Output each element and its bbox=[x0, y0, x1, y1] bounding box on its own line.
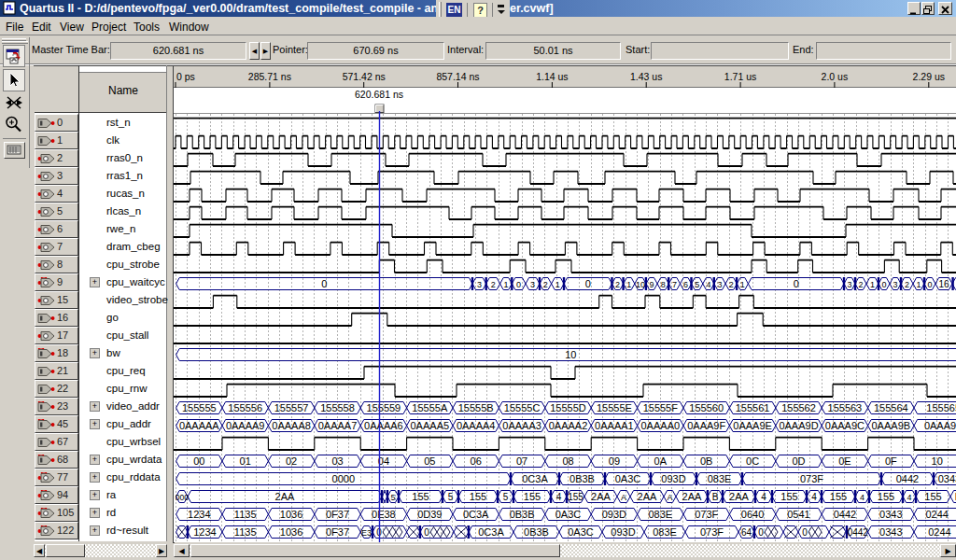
svg-text:0B3B: 0B3B bbox=[524, 526, 549, 538]
svg-text:2.29 us: 2.29 us bbox=[913, 71, 945, 82]
svg-text:00: 00 bbox=[193, 455, 204, 467]
svg-text:9: 9 bbox=[650, 280, 654, 289]
svg-text:2: 2 bbox=[491, 280, 496, 289]
svg-text:000: 000 bbox=[176, 493, 189, 502]
svg-text:0343: 0343 bbox=[879, 509, 902, 520]
svg-text:620.681 ns: 620.681 ns bbox=[355, 89, 403, 100]
svg-text:0: 0 bbox=[758, 527, 764, 538]
svg-text:0C3A: 0C3A bbox=[463, 509, 489, 520]
svg-text:073F: 073F bbox=[700, 526, 724, 538]
svg-text:0AAA9D: 0AAA9D bbox=[779, 420, 818, 431]
svg-text:0AAAA9: 0AAAA9 bbox=[226, 420, 265, 431]
svg-text:0AAAA1: 0AAAA1 bbox=[595, 420, 634, 431]
svg-text:1.43 us: 1.43 us bbox=[630, 71, 662, 82]
svg-text:08: 08 bbox=[562, 455, 573, 467]
svg-text:0244: 0244 bbox=[925, 509, 948, 520]
svg-text:155555: 155555 bbox=[182, 402, 217, 413]
svg-text:0: 0 bbox=[794, 278, 799, 289]
svg-text:1135: 1135 bbox=[234, 509, 257, 520]
svg-text:0244: 0244 bbox=[928, 526, 950, 538]
svg-text:0D: 0D bbox=[792, 455, 805, 467]
svg-text:07: 07 bbox=[516, 455, 527, 467]
svg-text:073F: 073F bbox=[695, 509, 718, 520]
svg-text:0: 0 bbox=[927, 280, 932, 289]
svg-text:1: 1 bbox=[503, 280, 508, 289]
svg-text:155: 155 bbox=[524, 491, 541, 502]
svg-text:083E: 083E bbox=[653, 526, 677, 538]
svg-text:0C3A: 0C3A bbox=[522, 473, 548, 484]
svg-text:073F: 073F bbox=[800, 473, 823, 484]
svg-text:093D: 093D bbox=[611, 526, 635, 538]
svg-text:0AAAA5: 0AAAA5 bbox=[411, 420, 450, 431]
svg-text:E3: E3 bbox=[361, 528, 372, 538]
svg-text:10: 10 bbox=[932, 455, 943, 467]
svg-text:0F: 0F bbox=[885, 455, 897, 467]
svg-text:1: 1 bbox=[916, 280, 921, 289]
svg-text:8: 8 bbox=[661, 280, 666, 289]
svg-text:0: 0 bbox=[802, 527, 808, 538]
svg-text:09: 09 bbox=[609, 455, 620, 467]
svg-text:0AAAA8: 0AAAA8 bbox=[272, 420, 311, 431]
svg-text:15555D: 15555D bbox=[550, 402, 586, 413]
svg-text:093D: 093D bbox=[602, 509, 626, 520]
svg-text:083E: 083E bbox=[648, 509, 672, 520]
svg-text:6: 6 bbox=[683, 280, 688, 289]
svg-text:1: 1 bbox=[626, 280, 631, 289]
svg-text:15555C: 15555C bbox=[504, 402, 541, 413]
svg-text:155557: 155557 bbox=[274, 402, 309, 413]
svg-text:0A3C: 0A3C bbox=[555, 509, 582, 520]
svg-text:2AA: 2AA bbox=[682, 491, 702, 502]
svg-text:2: 2 bbox=[615, 280, 620, 289]
svg-text:2AA: 2AA bbox=[729, 491, 749, 502]
svg-text:155559: 155559 bbox=[367, 402, 401, 413]
svg-text:155563: 155563 bbox=[828, 402, 863, 413]
svg-text:15555F: 15555F bbox=[643, 402, 679, 413]
svg-text:1234: 1234 bbox=[188, 509, 210, 520]
svg-text:0442: 0442 bbox=[834, 509, 856, 520]
svg-text:0: 0 bbox=[585, 278, 591, 289]
svg-text:083E: 083E bbox=[708, 473, 732, 484]
svg-text:3: 3 bbox=[477, 280, 482, 289]
svg-text:857.14 ns: 857.14 ns bbox=[436, 71, 479, 82]
svg-text:4: 4 bbox=[556, 492, 562, 502]
svg-text:0AAA9E: 0AAA9E bbox=[733, 420, 772, 431]
svg-text:155: 155 bbox=[412, 491, 429, 502]
svg-text:155560: 155560 bbox=[689, 402, 724, 413]
svg-text:0AAAA0: 0AAAA0 bbox=[641, 420, 681, 431]
svg-text:0AAAA7: 0AAAA7 bbox=[318, 420, 358, 431]
svg-text:0C: 0C bbox=[746, 455, 759, 467]
svg-text:0 ps: 0 ps bbox=[176, 71, 195, 82]
svg-text:0E: 0E bbox=[838, 455, 851, 467]
svg-text:1135: 1135 bbox=[234, 526, 257, 538]
svg-text:15555B: 15555B bbox=[458, 402, 494, 413]
svg-text:0AAAA2: 0AAAA2 bbox=[549, 420, 588, 431]
svg-text:0F37: 0F37 bbox=[326, 526, 349, 538]
svg-text:0B: 0B bbox=[700, 455, 712, 467]
svg-text:01: 01 bbox=[240, 455, 251, 467]
svg-text:0AAAA3: 0AAAA3 bbox=[502, 420, 541, 431]
svg-text:155: 155 bbox=[924, 491, 941, 502]
svg-text:0: 0 bbox=[424, 527, 429, 538]
svg-text:7: 7 bbox=[672, 280, 677, 289]
svg-text:155558: 155558 bbox=[320, 402, 355, 413]
svg-text:0AAAAA: 0AAAAA bbox=[179, 420, 219, 431]
svg-text:0A: 0A bbox=[654, 455, 668, 467]
svg-text:2: 2 bbox=[858, 280, 863, 289]
svg-text:5: 5 bbox=[448, 492, 454, 502]
svg-text:0B3B: 0B3B bbox=[569, 473, 595, 484]
svg-text:0F37: 0F37 bbox=[326, 509, 349, 520]
svg-text:0D39: 0D39 bbox=[417, 509, 442, 520]
svg-text:285.71 ns: 285.71 ns bbox=[248, 71, 291, 82]
svg-text:155565: 155565 bbox=[926, 402, 956, 413]
svg-text:03: 03 bbox=[331, 455, 343, 467]
svg-text:155: 155 bbox=[878, 491, 894, 502]
svg-text:5: 5 bbox=[503, 492, 509, 502]
svg-text:4: 4 bbox=[811, 492, 817, 502]
svg-text:1036: 1036 bbox=[280, 526, 302, 538]
svg-text:155556: 155556 bbox=[228, 402, 262, 413]
svg-text:4: 4 bbox=[761, 492, 766, 502]
svg-text:16: 16 bbox=[938, 279, 949, 289]
svg-text:0: 0 bbox=[881, 280, 886, 289]
svg-text:155: 155 bbox=[470, 491, 486, 502]
svg-text:1.71 us: 1.71 us bbox=[724, 71, 756, 82]
